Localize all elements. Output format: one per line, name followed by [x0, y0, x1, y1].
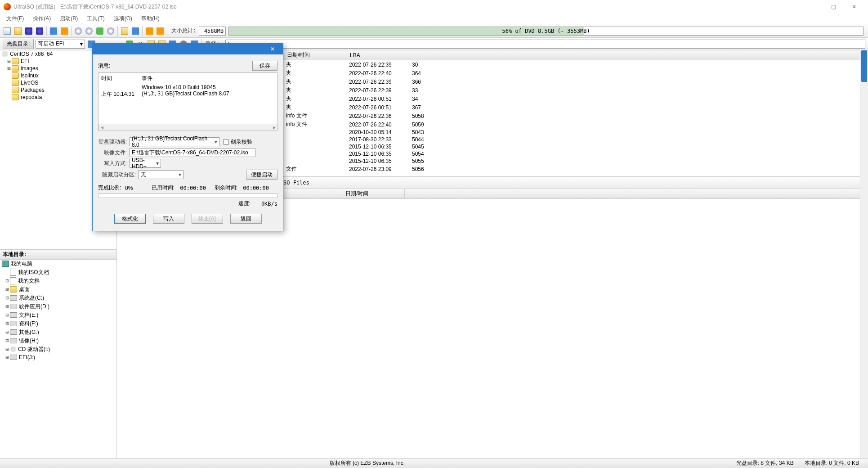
list-row[interactable]: 夹2022-07-26 22:3933: [283, 86, 868, 94]
hide-partition-label: 隐藏启动分区:: [98, 171, 139, 179]
size-total-value[interactable]: [199, 27, 226, 36]
list-row[interactable]: 夹2022-07-26 22:39366: [283, 77, 868, 86]
tree-item[interactable]: ⊞镜像(H:): [0, 337, 116, 345]
quick-boot-button[interactable]: 便捷启动: [246, 170, 277, 180]
drive-icon: [10, 355, 17, 360]
drive-icon: [10, 295, 17, 301]
menu-help[interactable]: 帮助(H): [137, 14, 164, 23]
menu-options[interactable]: 选项(O): [109, 14, 137, 23]
folder-icon: [12, 58, 19, 64]
tb-btn-7[interactable]: [73, 26, 83, 36]
maximize-button[interactable]: ▢: [823, 0, 844, 14]
list-row[interactable]: 2017-08-30 22:335044: [283, 136, 868, 143]
speed-value: 0KB/s: [251, 201, 277, 207]
new-button[interactable]: [2, 26, 12, 36]
remain-value: 00:00:00: [237, 185, 269, 191]
tree-item[interactable]: ⊞桌面: [0, 285, 116, 294]
drive-icon: [10, 338, 17, 343]
done-pct-value: 0%: [125, 185, 148, 191]
doc-icon: [10, 269, 16, 276]
cd-icon: [10, 346, 16, 352]
write-method-label: 写入方式:: [98, 160, 130, 167]
tree-item[interactable]: ⊞资料(F:): [0, 320, 116, 328]
write-disk-dialog: ✕ 消息: 保存 时间事件 Windows 10 v10.0 Build 190…: [92, 43, 283, 231]
verify-checkbox[interactable]: 刻录校验: [223, 138, 252, 146]
list-row[interactable]: 2015-12-10 06:355054: [283, 150, 868, 158]
disc-icon: [2, 51, 8, 57]
scroll-thumb[interactable]: [861, 50, 867, 82]
tb-btn-14[interactable]: [155, 26, 165, 36]
drive-icon: [10, 312, 17, 318]
tree-item[interactable]: ⊞系统盘(C:): [0, 294, 116, 302]
col-lba[interactable]: LBA: [346, 50, 382, 60]
tb-btn-10[interactable]: [106, 26, 116, 36]
tb-btn-13[interactable]: [144, 26, 154, 36]
main-toolbar: 大小总计: 56% of DVD 8.5GB (- 3553MB): [0, 24, 868, 38]
tree-item[interactable]: ⊞我的文档: [0, 277, 116, 285]
folder-icon: [10, 286, 17, 292]
image-file-input[interactable]: E:\迅雷下载\CentOS-7-x86_64-DVD-2207-02.iso: [130, 148, 255, 157]
saveas-button[interactable]: [35, 26, 45, 36]
scrollbar[interactable]: [860, 50, 868, 458]
menu-tools[interactable]: 工具(T): [82, 14, 109, 23]
local-tree-panel: 我的电脑 我的ISO文档 ⊞我的文档 ⊞桌面 ⊞系统盘(C:) ⊞软件应用(D:…: [0, 260, 116, 459]
tb-btn-8[interactable]: [84, 26, 94, 36]
size-total-label: 大小总计:: [169, 27, 199, 35]
copyright-text: 版权所有 (c) EZB Systems, Inc.: [324, 459, 410, 467]
abort-button: 终止[A]: [192, 214, 223, 224]
list-row[interactable]: 夹2022-07-26 00:5134: [283, 94, 868, 103]
list-row[interactable]: 2020-10-30 05:145043: [283, 129, 868, 136]
boot-mode-combo[interactable]: 可启动 EFI▾: [36, 40, 85, 49]
minimize-button[interactable]: —: [802, 0, 823, 14]
menu-action[interactable]: 操作(A): [28, 14, 55, 23]
col-date[interactable]: 日期/时间: [283, 50, 346, 60]
tb-btn-9[interactable]: [95, 26, 105, 36]
local-stats: 本地目录: 0 文件, 0 KB: [799, 459, 864, 467]
tree-item[interactable]: ⊞其他(G:): [0, 328, 116, 337]
local-path-text: SO Files: [283, 180, 309, 186]
col-date-local[interactable]: 日期/时间: [342, 189, 405, 198]
tree-item[interactable]: ⊞EFI(J:): [0, 354, 116, 361]
menu-file[interactable]: 文件(F): [2, 14, 28, 23]
hide-partition-combo[interactable]: 无▾: [139, 170, 183, 179]
speed-label: 速度:: [238, 200, 251, 207]
list-row[interactable]: info 文件2022-07-26 22:405059: [283, 120, 868, 129]
local-root[interactable]: 我的电脑: [0, 260, 116, 268]
drive-icon: [10, 304, 17, 309]
format-button[interactable]: 格式化: [114, 214, 146, 224]
disk-drive-combo[interactable]: (H:,J:, 31 GB)Teclast CoolFlash 8.0▾: [130, 137, 219, 146]
tree-item[interactable]: ⊞软件应用(D:): [0, 302, 116, 311]
return-button[interactable]: 返回: [230, 214, 262, 224]
menu-boot[interactable]: 启动(B): [55, 14, 82, 23]
drive-icon: [10, 329, 17, 335]
list-row[interactable]: 夹2022-07-26 22:40364: [283, 69, 868, 77]
save-log-button[interactable]: 保存: [252, 61, 277, 71]
tree-item[interactable]: ⊞文档(E:): [0, 311, 116, 320]
close-button[interactable]: ✕: [844, 0, 864, 14]
open-button[interactable]: [13, 26, 23, 36]
write-method-combo[interactable]: USB-HDD+▾: [130, 159, 161, 168]
list-row[interactable]: 夹2022-07-26 22:3930: [283, 60, 868, 69]
tb-btn-6[interactable]: [59, 26, 69, 36]
list-row[interactable]: 2015-12-10 06:355055: [283, 158, 868, 165]
list-row[interactable]: info 文件2022-07-26 22:365058: [283, 112, 868, 120]
tb-btn-12[interactable]: [130, 26, 140, 36]
save-button[interactable]: [24, 26, 34, 36]
tb-btn-5[interactable]: [49, 26, 58, 36]
tb-btn-11[interactable]: [120, 26, 130, 36]
list-row[interactable]: 文件2022-07-26 23:095056: [283, 165, 868, 173]
tree-item[interactable]: 我的ISO文档: [0, 268, 116, 277]
capacity-progress: 56% of DVD 8.5GB (- 3553MB): [228, 27, 864, 36]
local-dir-header: 本地目录:: [0, 250, 116, 260]
list-row[interactable]: 夹2022-07-26 00:51367: [283, 103, 868, 112]
list-row[interactable]: 2015-12-10 06:355045: [283, 143, 868, 150]
window-title: UltraISO (试用版) - E:\迅雷下载\CentOS-7-x86_64…: [13, 3, 802, 11]
drive-icon: [10, 321, 17, 326]
dialog-titlebar[interactable]: ✕: [93, 44, 283, 54]
dialog-close-button[interactable]: ✕: [266, 46, 279, 52]
app-icon: [4, 3, 11, 10]
doc-icon: [10, 277, 16, 284]
write-button[interactable]: 写入: [153, 214, 184, 224]
disc-stats: 光盘目录: 8 文件, 34 KB: [731, 459, 799, 467]
tree-item[interactable]: ⊞CD 驱动器(I:): [0, 345, 116, 354]
